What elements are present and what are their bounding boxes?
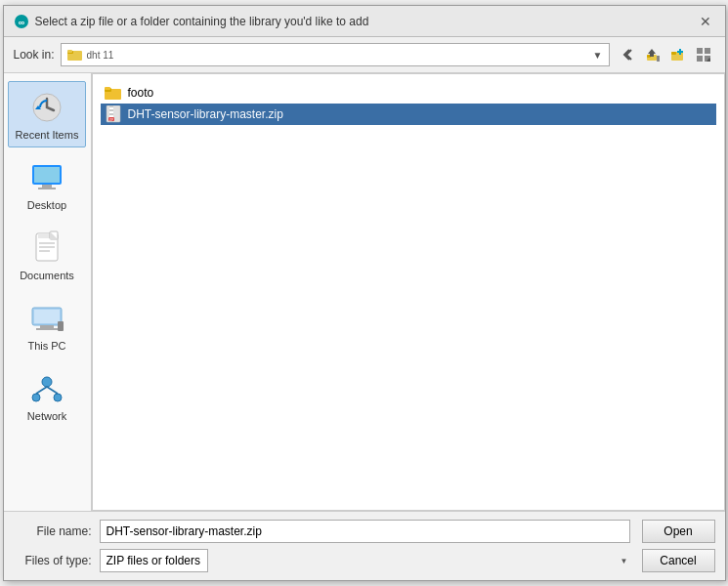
close-button[interactable]: ✕ bbox=[696, 12, 715, 31]
look-in-combo[interactable]: dht 11 ▼ bbox=[61, 43, 610, 66]
files-of-type-label: Files of type: bbox=[14, 554, 92, 567]
svg-rect-30 bbox=[40, 325, 54, 328]
svg-rect-45 bbox=[109, 115, 113, 117]
sidebar-item-documents[interactable]: Documents bbox=[8, 222, 86, 288]
nav-back-button[interactable] bbox=[616, 43, 639, 66]
zip-file-icon: ZIP bbox=[105, 105, 122, 123]
svg-rect-43 bbox=[109, 107, 113, 109]
back-icon bbox=[621, 48, 634, 62]
file-type-select[interactable]: ZIP files or folders bbox=[100, 549, 208, 572]
svg-point-34 bbox=[32, 394, 40, 401]
svg-rect-40 bbox=[105, 87, 110, 90]
sidebar-label-documents: Documents bbox=[20, 270, 74, 281]
view-menu-button[interactable] bbox=[692, 43, 715, 66]
file-type-select-wrap: ZIP files or folders bbox=[100, 549, 634, 572]
documents-icon bbox=[27, 229, 66, 268]
nav-up-button[interactable] bbox=[641, 43, 664, 66]
svg-rect-12 bbox=[705, 48, 710, 54]
cancel-button[interactable]: Cancel bbox=[642, 549, 715, 572]
file-name-label: File name: bbox=[14, 524, 92, 538]
svg-line-37 bbox=[47, 387, 58, 394]
dialog-title: Select a zip file or a folder containing… bbox=[35, 15, 369, 28]
list-item[interactable]: ZIP DHT-sensor-library-master.zip bbox=[101, 104, 716, 125]
svg-rect-31 bbox=[36, 328, 58, 330]
folder-icon bbox=[67, 48, 83, 62]
sidebar-item-desktop[interactable]: Desktop bbox=[8, 151, 86, 218]
file-name: DHT-sensor-library-master.zip bbox=[128, 107, 283, 121]
sidebar: Recent Items Desktop bbox=[4, 73, 92, 511]
dialog-window: ∞ Select a zip file or a folder containi… bbox=[3, 5, 726, 581]
svg-point-35 bbox=[54, 394, 62, 401]
sidebar-label-thispc: This PC bbox=[27, 340, 65, 352]
svg-text:∞: ∞ bbox=[18, 18, 24, 27]
svg-rect-13 bbox=[697, 56, 703, 62]
action-buttons: Open bbox=[642, 520, 715, 543]
look-in-label: Look in: bbox=[14, 48, 55, 62]
svg-rect-29 bbox=[34, 310, 60, 323]
title-bar: ∞ Select a zip file or a folder containi… bbox=[4, 6, 725, 37]
look-in-value: dht 11 bbox=[87, 50, 114, 61]
up-icon bbox=[646, 48, 660, 62]
svg-rect-44 bbox=[109, 111, 113, 113]
sidebar-item-recent[interactable]: Recent Items bbox=[8, 81, 86, 147]
network-icon bbox=[27, 369, 66, 408]
svg-rect-8 bbox=[671, 52, 676, 55]
list-item[interactable]: footo bbox=[101, 82, 716, 104]
folder-file-icon bbox=[105, 84, 122, 102]
recent-icon bbox=[27, 88, 66, 127]
toolbar-icons bbox=[616, 43, 715, 66]
look-in-arrow: ▼ bbox=[593, 50, 603, 61]
open-button[interactable]: Open bbox=[642, 520, 715, 543]
sidebar-label-network: Network bbox=[27, 410, 66, 422]
svg-rect-19 bbox=[34, 167, 60, 183]
file-type-row: Files of type: ZIP files or folders Canc… bbox=[14, 549, 715, 572]
svg-text:ZIP: ZIP bbox=[108, 118, 113, 122]
sidebar-item-thispc[interactable]: This PC bbox=[8, 292, 86, 358]
svg-line-36 bbox=[36, 387, 47, 394]
svg-rect-11 bbox=[697, 48, 703, 54]
file-name: footo bbox=[128, 86, 154, 100]
view-icon bbox=[697, 48, 710, 62]
sidebar-label-recent: Recent Items bbox=[16, 129, 79, 141]
new-folder-icon bbox=[671, 48, 685, 62]
new-folder-button[interactable] bbox=[666, 43, 690, 66]
thispc-icon bbox=[27, 299, 66, 338]
svg-rect-32 bbox=[58, 321, 64, 331]
app-icon: ∞ bbox=[14, 14, 29, 29]
sidebar-label-desktop: Desktop bbox=[27, 199, 66, 211]
main-area: Recent Items Desktop bbox=[4, 72, 725, 511]
desktop-icon bbox=[27, 158, 66, 197]
svg-point-33 bbox=[42, 377, 52, 387]
file-name-row: File name: Open bbox=[14, 520, 715, 543]
svg-rect-21 bbox=[38, 188, 56, 189]
toolbar-row: Look in: dht 11 ▼ bbox=[4, 37, 725, 72]
file-browser[interactable]: footo ZIP DHT-sensor-library bbox=[92, 73, 725, 511]
title-bar-left: ∞ Select a zip file or a folder containi… bbox=[14, 14, 369, 29]
svg-rect-4 bbox=[67, 50, 72, 53]
file-name-input[interactable] bbox=[100, 520, 630, 543]
svg-rect-20 bbox=[42, 185, 52, 188]
bottom-area: File name: Open Files of type: ZIP files… bbox=[4, 511, 725, 580]
sidebar-item-network[interactable]: Network bbox=[8, 362, 86, 429]
